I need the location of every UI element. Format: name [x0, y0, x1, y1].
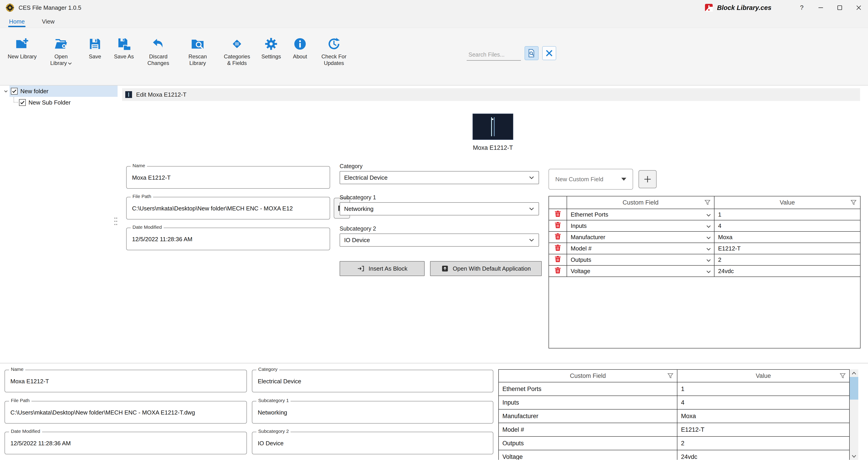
custom-field-value[interactable]: 4 — [714, 220, 860, 231]
details-field-value[interactable]: 24vdc — [677, 450, 849, 460]
details-field-value[interactable]: 4 — [677, 396, 849, 409]
details-name-field[interactable]: Name Moxa E1212-T — [4, 370, 247, 392]
custom-fields-header: Custom Field Value — [549, 196, 860, 209]
toolbar-button-settings[interactable]: Settings — [258, 35, 284, 62]
details-subcategory2-field[interactable]: Subcategory 2 IO Device — [252, 432, 493, 454]
insert-block-icon — [357, 264, 365, 272]
toolbar-button-save[interactable]: Save — [82, 35, 107, 62]
custom-field-select[interactable]: Inputs — [567, 220, 714, 231]
subcategory1-select[interactable]: Networking — [340, 202, 539, 215]
toolbar-button-categories-fields[interactable]: Categories & Fields — [219, 35, 255, 68]
scroll-up-arrow[interactable] — [850, 369, 858, 377]
tab-home[interactable]: Home — [8, 16, 26, 28]
maximize-button[interactable] — [830, 0, 849, 16]
date-modified-field[interactable]: Date Modified 12/5/2022 11:28:36 AM — [126, 228, 330, 250]
close-button[interactable] — [849, 0, 868, 16]
delete-field-button[interactable] — [549, 232, 567, 242]
details-field-value[interactable]: 1 — [677, 382, 849, 396]
details-subcategory1-field[interactable]: Subcategory 1 Networking — [252, 401, 493, 424]
toolbar-button-open-library[interactable]: Open Library — [43, 35, 79, 68]
new-library-icon — [16, 37, 29, 51]
tree-item-label: New Sub Folder — [29, 99, 70, 106]
caret-down-icon[interactable] — [2, 88, 9, 95]
delete-field-button[interactable] — [549, 209, 567, 220]
details-table-header: Custom Field Value — [499, 370, 849, 382]
details-field-value[interactable]: E1212-T — [677, 423, 849, 436]
checkbox-checked[interactable] — [19, 99, 26, 106]
subcategory2-select[interactable]: IO Device — [340, 233, 539, 247]
file-path-field[interactable]: File Path C:\Users\mkata\Desktop\New fol… — [126, 197, 330, 220]
details-field-name[interactable]: Outputs — [499, 437, 677, 450]
toolbar-button-check-for-updates[interactable]: Check For Updates — [316, 35, 352, 68]
toolbar-button-about[interactable]: About — [287, 35, 313, 62]
details-field-row: Model #E1212-T — [499, 423, 849, 437]
custom-field-value[interactable]: 2 — [714, 254, 860, 265]
details-field-row: ManufacturerMoxa — [499, 409, 849, 423]
minimize-button[interactable] — [811, 0, 830, 16]
details-category-field[interactable]: Category Electrical Device — [252, 370, 493, 392]
custom-field-value[interactable]: 24vdc — [714, 266, 860, 277]
tree-item-new-folder[interactable]: New folder — [0, 86, 118, 97]
category-select[interactable]: Electrical Device — [340, 171, 539, 184]
splitter-handle[interactable] — [114, 216, 118, 226]
custom-field-select[interactable]: Manufacturer — [567, 232, 714, 242]
clear-search-button[interactable] — [542, 46, 556, 60]
tab-view[interactable]: View — [41, 16, 55, 28]
details-file-path-field[interactable]: File Path C:\Users\mkata\Desktop\New fol… — [4, 401, 247, 424]
discard-changes-icon — [152, 37, 165, 51]
trash-icon — [554, 221, 562, 231]
delete-field-button[interactable] — [549, 254, 567, 265]
details-field-name[interactable]: Ethernet Ports — [499, 382, 677, 396]
custom-field-name: Manufacturer — [571, 234, 605, 241]
delete-field-button[interactable] — [549, 266, 567, 277]
open-with-default-button[interactable]: Open With Default Application — [430, 261, 542, 276]
filter-icon[interactable] — [667, 372, 674, 379]
preview-caption: Moxa E1212-T — [443, 144, 542, 151]
details-field-value[interactable]: 2 — [677, 437, 849, 450]
custom-field-select[interactable]: Voltage — [567, 266, 714, 277]
name-field[interactable]: Name Moxa E1212-T — [126, 166, 330, 189]
insert-as-block-button[interactable]: Insert As Block — [340, 261, 425, 276]
custom-field-name: Model # — [571, 245, 592, 252]
open-with-default-label: Open With Default Application — [453, 265, 531, 272]
custom-field-select[interactable]: Model # — [567, 243, 714, 254]
custom-field-value[interactable]: E1212-T — [714, 243, 860, 254]
help-button[interactable]: ? — [792, 0, 811, 16]
scroll-down-arrow[interactable] — [850, 453, 858, 460]
vscroll-thumb[interactable] — [850, 377, 858, 400]
details-date-modified-field[interactable]: Date Modified 12/5/2022 11:28:36 AM — [4, 432, 247, 454]
search-button[interactable] — [525, 46, 538, 60]
delete-field-button[interactable] — [549, 243, 567, 254]
delete-field-button[interactable] — [549, 220, 567, 231]
checkbox-checked[interactable] — [11, 88, 18, 94]
toolbar-button-new-library[interactable]: New Library — [4, 35, 40, 62]
details-field-name[interactable]: Model # — [499, 423, 677, 436]
details-field-name[interactable]: Voltage — [499, 450, 677, 460]
custom-field-value[interactable]: Moxa — [714, 232, 860, 242]
block-preview-image[interactable] — [472, 114, 513, 140]
custom-field-row: Voltage24vdc — [549, 266, 860, 277]
trash-icon — [554, 210, 562, 219]
custom-field-value[interactable]: 1 — [714, 209, 860, 220]
grip-dots-icon — [114, 216, 118, 226]
toolbar-button-rescan-library[interactable]: Rescan Library — [180, 35, 216, 68]
filter-icon[interactable] — [704, 199, 711, 206]
tree-item-new-sub-folder[interactable]: New Sub Folder — [0, 97, 118, 108]
toolbar-button-discard-changes[interactable]: Discard Changes — [140, 35, 176, 68]
toolbar-button-save-as[interactable]: Save As — [111, 35, 137, 62]
preview-detail — [492, 119, 493, 120]
details-field-name[interactable]: Manufacturer — [499, 409, 677, 423]
details-vertical-scrollbar[interactable] — [850, 369, 858, 460]
chevron-down-icon — [706, 256, 711, 263]
details-field-value[interactable]: Moxa — [677, 409, 849, 423]
filter-icon[interactable] — [850, 199, 857, 206]
details-custom-fields-table: Custom Field Value Ethernet Ports1Inputs… — [498, 369, 850, 460]
new-custom-field-combo[interactable]: New Custom Field — [549, 169, 633, 190]
custom-field-select[interactable]: Ethernet Ports — [567, 209, 714, 220]
search-input[interactable] — [467, 49, 521, 61]
details-field-name[interactable]: Inputs — [499, 396, 677, 409]
custom-field-select[interactable]: Outputs — [567, 254, 714, 265]
filter-icon[interactable] — [839, 372, 846, 379]
ribbon-toolbar: New LibraryOpen LibrarySaveSave AsDiscar… — [0, 28, 868, 86]
add-custom-field-button[interactable] — [639, 170, 657, 188]
